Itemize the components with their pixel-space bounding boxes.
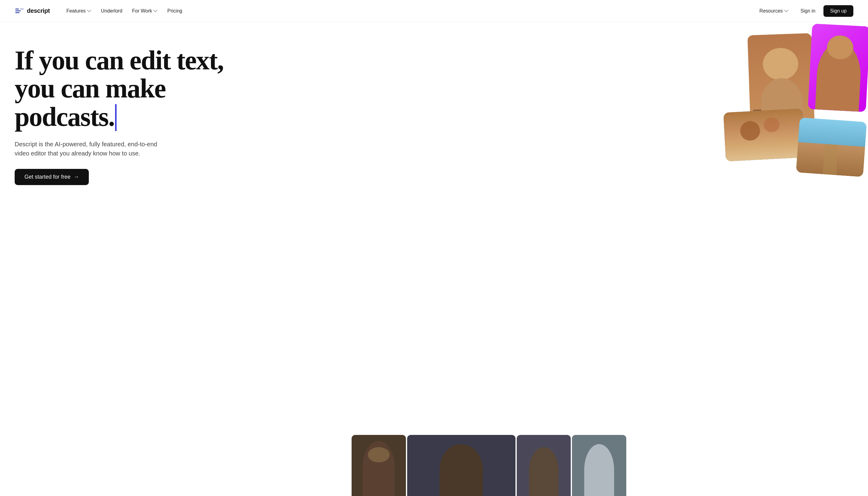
hero-images: Pretty cool. 🎵 bbox=[697, 22, 868, 260]
image-card-4 bbox=[723, 108, 805, 161]
svg-rect-0 bbox=[15, 9, 19, 10]
logo-link[interactable]: descript bbox=[15, 6, 50, 16]
image-card-3 bbox=[796, 118, 867, 177]
hero-content: If you can edit text, you can make podca… bbox=[15, 46, 228, 185]
chevron-down-icon bbox=[87, 9, 91, 13]
nav-pricing[interactable]: Pricing bbox=[163, 6, 187, 16]
strip-card-right bbox=[572, 435, 626, 496]
hero-headline: If you can edit text, you can make podca… bbox=[15, 46, 228, 131]
nav-links-left: Features Underlord For Work Pricing bbox=[62, 6, 755, 16]
navbar: descript Features Underlord For Work Pri… bbox=[0, 0, 868, 22]
logo-icon bbox=[15, 6, 25, 16]
image-card-2: Pretty cool. 🎵 bbox=[748, 33, 815, 127]
signin-button[interactable]: Sign in bbox=[795, 6, 821, 16]
chevron-down-icon bbox=[153, 9, 158, 13]
strip-card-headphones bbox=[517, 435, 571, 496]
nav-features[interactable]: Features bbox=[62, 6, 95, 16]
logo-text: descript bbox=[27, 7, 50, 14]
image-card-1 bbox=[808, 24, 868, 112]
svg-rect-1 bbox=[15, 10, 21, 11]
hero-section: If you can edit text, you can make podca… bbox=[0, 22, 868, 496]
strip-card-person bbox=[352, 435, 406, 496]
nav-links-right: Resources Sign in Sign up bbox=[755, 5, 853, 17]
chevron-down-icon bbox=[784, 9, 788, 13]
strip-card-wide bbox=[407, 435, 515, 496]
cta-button[interactable]: Get started for free → bbox=[15, 169, 89, 185]
nav-resources[interactable]: Resources bbox=[755, 6, 792, 16]
svg-rect-2 bbox=[15, 12, 19, 13]
text-cursor bbox=[115, 104, 117, 131]
svg-rect-3 bbox=[20, 9, 24, 10]
nav-for-work[interactable]: For Work bbox=[128, 6, 162, 16]
bottom-video-strip bbox=[352, 435, 626, 496]
hero-subtext: Descript is the AI-powered, fully featur… bbox=[15, 140, 167, 158]
nav-underlord[interactable]: Underlord bbox=[97, 6, 127, 16]
signup-button[interactable]: Sign up bbox=[823, 5, 853, 17]
